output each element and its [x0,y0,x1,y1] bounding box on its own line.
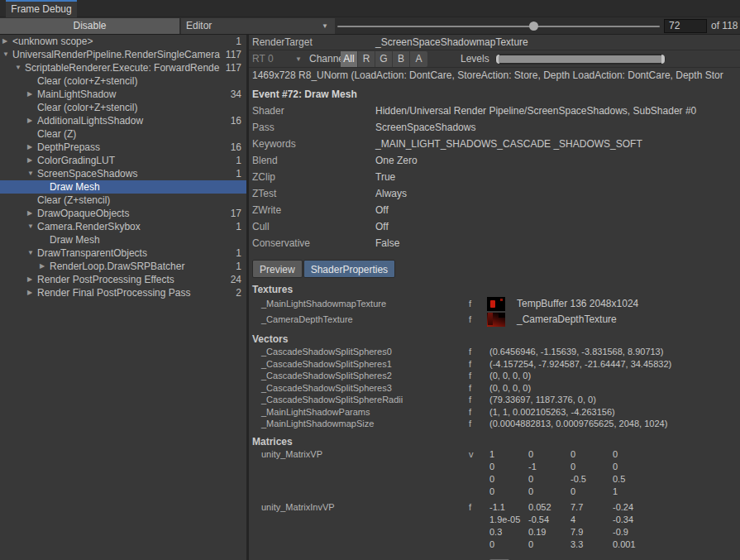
matrix-values: 10000-10000-0.50.50001 [489,448,625,498]
matrix-cell: -0.34 [613,514,636,526]
matrix-cell: 0 [528,473,571,486]
texture-name: _CameraDepthTexture [261,314,353,324]
tree-row[interactable]: Draw Mesh [0,180,246,194]
tree-expand-arrow-icon[interactable]: ▼ [15,61,25,74]
texture-name: _MainLightShadowmapTexture [261,299,386,309]
tree-expand-arrow-icon[interactable]: ▶ [27,154,37,167]
vectors-list: _CascadeShadowSplitSpheres0 f (0.6456946… [249,346,740,430]
channel-button[interactable]: B [393,51,410,67]
levels-minmax-slider[interactable] [495,54,666,65]
tree-row[interactable]: Clear (Z+stencil) [0,194,246,207]
vector-name: _MainLightShadowmapSize [261,418,374,430]
tree-row[interactable]: Draw Mesh [0,233,246,246]
channel-button[interactable]: All [341,51,358,67]
channel-button[interactable]: G [375,51,393,67]
tree-expand-arrow-icon[interactable]: ▶ [2,35,12,48]
property-value: ScreenSpaceShadows [375,119,475,136]
tree-row[interactable]: ▶ ColorGradingLUT 1 [0,154,246,167]
tree-row[interactable]: ▶ Render Final PostProcessing Pass 2 [0,286,246,299]
tree-expand-arrow-icon[interactable]: ▶ [40,260,50,273]
property-row: Blend One Zero [249,152,740,169]
tree-expand-arrow-icon[interactable]: ▼ [27,220,37,233]
tree-expand-arrow-icon[interactable]: ▼ [27,246,37,260]
texture-type: f [469,314,471,324]
tree-expand-arrow-icon[interactable]: ▶ [27,141,37,154]
frame-number-input[interactable]: 72 [664,19,707,33]
tree-row-label: Clear (Z) [37,127,238,141]
tree-row-label: Clear (Z+stencil) [37,194,238,207]
tree-row[interactable]: ▼ UniversalRenderPipeline.RenderSingleCa… [0,48,246,61]
tree-row[interactable]: ▶ RenderLoop.DrawSRPBatcher 1 [0,260,246,273]
frame-slider-thumb[interactable] [529,22,538,31]
frame-slider[interactable] [337,17,660,35]
tree-row-count: 1 [232,246,246,260]
vector-value: (0, 0, 0, 0) [489,382,531,395]
vector-value: (0.6456946, -1.15639, -3.831568, 8.90713… [489,346,663,358]
tree-row-count: 117 [222,61,246,74]
tree-row-count: 1 [232,220,246,233]
tree-expand-arrow-icon[interactable]: ▶ [27,88,37,101]
property-row: Pass ScreenSpaceShadows [249,119,740,136]
tree-row[interactable]: Clear (color+Z+stencil) [0,74,246,88]
property-row: ZWrite Off [249,202,740,218]
tree-row[interactable]: ▶ DrawOpaqueObjects 17 [0,207,246,220]
vector-name: _CascadeShadowSplitSpheres3 [261,382,392,395]
levels-range-fill[interactable] [499,55,662,63]
matrix-cell: 0 [613,448,625,461]
property-value: One Zero [375,152,418,169]
vector-name: _CascadeShadowSplitSpheres2 [261,370,392,382]
matrix-cell: 4 [571,514,613,526]
preview-tab-button[interactable]: Preview [252,260,303,278]
tree-row[interactable]: Clear (Z) [0,127,246,141]
matrix-cell: 0.052 [528,501,571,514]
tree-row[interactable]: ▶ <unknown scope> 1 [0,35,246,48]
tree-expand-arrow-icon[interactable]: ▶ [27,114,37,127]
channel-button[interactable]: R [358,51,375,67]
property-row: Keywords _MAIN_LIGHT_SHADOWS_CASCADE _SH… [249,136,740,152]
matrices-list: unity_MatrixVP v 10000-10000-0.50.50001 … [249,448,740,560]
tree-row-count: 1 [232,35,246,48]
matrix-cell: 0 [489,538,528,551]
vectors-section-header: Vectors [249,333,740,346]
tree-row-label: Render Final PostProcessing Pass [37,286,232,299]
tree-expand-arrow-icon[interactable]: ▶ [27,286,37,299]
property-label: Shader [252,103,284,119]
tree-row[interactable]: ▶ DepthPrepass 16 [0,141,246,154]
tree-expand-arrow-icon[interactable]: ▼ [27,167,37,180]
texture-value: TempBuffer 136 2048x1024 [517,298,638,309]
property-label: ZTest [252,185,276,202]
tree-row-label: DrawOpaqueObjects [37,207,227,220]
texture-thumbnail[interactable] [487,313,505,327]
matrix-cell: 0 [571,461,613,473]
target-dropdown[interactable]: Editor ▼ [181,18,335,34]
tree-row[interactable]: ▶ MainLightShadow 34 [0,88,246,101]
texture-thumbnail[interactable] [487,297,505,311]
vector-type: f [469,382,471,395]
rt-index-dropdown[interactable]: RT 0 ▼ [252,50,303,68]
property-label: Cull [252,218,270,235]
tree-row[interactable]: ▶ Render PostProcessing Effects 24 [0,273,246,286]
tree-row[interactable]: ▶ AdditionalLightsShadow 16 [0,114,246,127]
disable-button[interactable]: Disable [0,18,179,34]
tree-row-label: <unknown scope> [12,35,232,48]
channel-button[interactable]: A [410,51,427,67]
tree-row[interactable]: ▼ Camera.RenderSkybox 1 [0,220,246,233]
tree-expand-arrow-icon[interactable]: ▶ [27,273,37,286]
buffer-info-text: 1469x728 R8_UNorm (LoadAction: DontCare,… [249,68,740,83]
textures-list: _MainLightShadowmapTexture f TempBuffer … [249,296,740,328]
tree-row[interactable]: ▼ ScriptableRenderer.Execute: ForwardRen… [0,61,246,74]
levels-max-handle[interactable] [661,55,665,64]
preview-tab-button[interactable]: ShaderProperties [303,260,395,278]
tree-expand-arrow-icon[interactable]: ▶ [27,207,37,220]
tree-row[interactable]: Clear (color+Z+stencil) [0,101,246,114]
matrix-cell: 0.5 [613,473,625,486]
frame-slider-track[interactable] [337,26,660,27]
tree-row[interactable]: ▼ DrawTransparentObjects 1 [0,246,246,260]
tree-row[interactable]: ▼ ScreenSpaceShadows 1 [0,167,246,180]
tab-frame-debug[interactable]: Frame Debug [6,0,77,17]
tree-row-label: RenderLoop.DrawSRPBatcher [50,260,232,273]
tree-row-label: Clear (color+Z+stencil) [37,101,238,114]
property-row: ZClip True [249,169,740,185]
tree-expand-arrow-icon[interactable]: ▼ [2,48,12,61]
property-value: False [375,235,399,251]
